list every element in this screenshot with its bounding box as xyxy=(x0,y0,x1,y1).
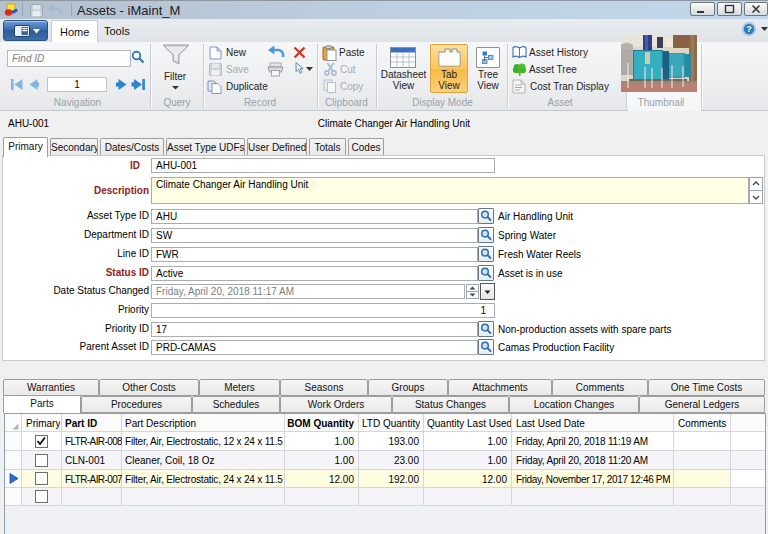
svg-text:?: ? xyxy=(746,24,752,34)
